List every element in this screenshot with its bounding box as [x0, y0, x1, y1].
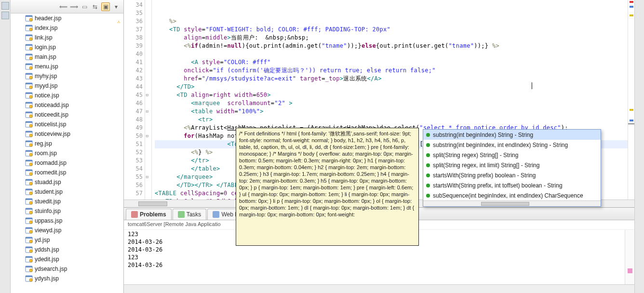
info-mark[interactable] [630, 6, 633, 8]
text-caret [532, 82, 532, 89]
overview-ruler[interactable] [628, 0, 634, 200]
file-item[interactable]: login.jsp [11, 42, 123, 52]
file-item[interactable]: noticeedit.jsp [11, 110, 123, 120]
method-public-icon [426, 173, 430, 177]
jsp-file-icon [25, 101, 33, 109]
completion-item[interactable]: startsWith(String prefix) boolean - Stri… [423, 170, 601, 180]
file-item[interactable]: student.jsp [11, 187, 123, 197]
code-line[interactable]: <A style="COLOR: #fff" [155, 58, 628, 67]
code-line[interactable]: <%if(admin!=null){out.print(admin.get("t… [155, 42, 628, 50]
filter-icon[interactable]: ▣ [101, 2, 110, 11]
code-line[interactable]: onclick="if (confirm('确定要退出吗？')) return … [155, 67, 628, 75]
file-item[interactable]: myyd.jsp [11, 81, 123, 91]
code-line[interactable]: <TD align=right width=650> [155, 91, 628, 99]
svg-point-50 [29, 173, 32, 175]
file-item[interactable]: menu.jsp [11, 62, 123, 71]
code-line[interactable]: </TD> [155, 83, 628, 91]
code-line[interactable]: <table width="100%"> [155, 107, 628, 116]
completion-scrollbar[interactable] [423, 200, 601, 206]
svg-rect-76 [26, 256, 32, 258]
console-ruler [625, 230, 634, 284]
warning-mark[interactable] [630, 109, 633, 111]
code-line[interactable]: <marquee scrollamount="2" > [155, 99, 628, 107]
file-item[interactable]: yd.jsp [11, 235, 123, 245]
method-public-icon [426, 143, 430, 147]
fold-gutter[interactable] [145, 0, 152, 200]
file-name-label: ydsearch.jsp [35, 266, 67, 272]
file-item[interactable]: myhy.jsp [11, 71, 123, 81]
svg-rect-82 [26, 276, 32, 277]
file-item[interactable]: main.jsp [11, 52, 123, 62]
file-item[interactable]: yddsh.jsp [11, 245, 123, 254]
line-number: 50 [124, 132, 143, 140]
file-item[interactable]: ydsearch.jsp [11, 264, 123, 274]
completion-item[interactable]: substring(int beginIndex, int endIndex) … [423, 140, 601, 150]
file-name-label: stuinfo.jsp [35, 208, 61, 214]
completion-label: subSequence(int beginIndex, int endIndex… [433, 192, 583, 199]
completion-label: startsWith(String prefix, int toffset) b… [433, 182, 563, 189]
code-line[interactable]: %> [155, 17, 628, 26]
error-mark[interactable] [630, 1, 633, 3]
link-editor-icon[interactable]: ⇆ [91, 2, 99, 11]
file-item[interactable]: noticeview.jsp [11, 129, 123, 139]
file-name-label: myyd.jsp [35, 82, 57, 89]
collapse-icon[interactable]: ▭ [80, 2, 89, 11]
completion-label: startsWith(String prefix) boolean - Stri… [433, 172, 536, 179]
jsp-file-icon [25, 207, 33, 215]
completion-item[interactable]: split(String regex, int limit) String[] … [423, 160, 601, 170]
code-completion-popup[interactable]: substring(int beginIndex) String - Strin… [423, 129, 601, 207]
line-number: 56 [124, 181, 143, 189]
file-name-label: main.jsp [35, 53, 56, 60]
file-item[interactable]: index.jsp [11, 23, 123, 33]
code-line[interactable]: align=middle>当前用户: &nbsp;&nbsp; [155, 34, 628, 42]
file-item[interactable]: viewyd.jsp [11, 226, 123, 235]
file-item[interactable]: header.jsp [11, 13, 123, 23]
file-name-label: roomedit.jsp [35, 169, 66, 176]
change-mark[interactable] [630, 120, 633, 121]
menu-chevron-icon[interactable]: ▾ [112, 2, 121, 11]
nav-back-icon[interactable]: ⟸ [59, 2, 67, 11]
method-public-icon [426, 133, 430, 137]
view-icon[interactable] [1, 2, 9, 10]
file-item[interactable]: stuedit.jsp [11, 197, 123, 206]
console-line: 2014-03-26 [128, 262, 621, 269]
file-item[interactable]: uppass.jsp [11, 216, 123, 226]
file-item[interactable]: room.jsp [11, 148, 123, 158]
file-item[interactable]: notice.jsp [11, 91, 123, 100]
explorer-file-list[interactable]: header.jspindex.jsplink.jsplogin.jspmain… [11, 13, 123, 293]
file-name-label: yd.jsp [35, 237, 50, 243]
line-number: 37 [124, 26, 143, 34]
svg-rect-67 [26, 227, 32, 229]
file-item[interactable]: roomedit.jsp [11, 168, 123, 177]
file-item[interactable]: stuadd.jsp [11, 177, 123, 187]
file-item[interactable]: ydysh.jsp [11, 274, 123, 283]
tab-problems[interactable]: Problems [126, 209, 172, 220]
file-item[interactable]: noticeadd.jsp [11, 100, 123, 110]
completion-item[interactable]: split(String regex) String[] - String [423, 150, 601, 160]
file-item[interactable]: link.jsp [11, 33, 123, 42]
code-line[interactable]: <tr> [155, 116, 628, 124]
completion-label: split(String regex, int limit) String[] … [433, 162, 539, 169]
code-line[interactable]: href="/mmsys/studysite?ac=exit" target=_… [155, 75, 628, 83]
view-icon[interactable] [1, 12, 9, 19]
code-line[interactable]: <TD style="FONT-WEIGHT: bold; COLOR: #ff… [155, 26, 628, 34]
file-item[interactable]: roomadd.jsp [11, 158, 123, 168]
code-line[interactable] [155, 50, 628, 58]
browser-icon [213, 211, 219, 218]
svg-point-17 [29, 67, 32, 69]
tab-tasks[interactable]: Tasks [173, 209, 207, 220]
nav-fwd-icon[interactable]: ⟹ [69, 2, 78, 11]
method-public-icon [426, 194, 430, 198]
svg-point-71 [29, 240, 32, 243]
file-item[interactable]: reg.jsp [11, 139, 123, 148]
file-item[interactable]: ydedit.jsp [11, 254, 123, 264]
jsp-file-icon [25, 130, 33, 138]
completion-item[interactable]: subSequence(int beginIndex, int endIndex… [423, 190, 601, 200]
warning-mark[interactable] [630, 14, 633, 16]
file-item[interactable]: stuinfo.jsp [11, 206, 123, 216]
file-item[interactable]: noticelist.jsp [11, 120, 123, 129]
code-editor[interactable]: 3435363738394041424344454647484950515253… [124, 0, 634, 200]
completion-item[interactable]: substring(int beginIndex) String - Strin… [423, 130, 601, 140]
svg-rect-34 [26, 121, 32, 123]
completion-item[interactable]: startsWith(String prefix, int toffset) b… [423, 180, 601, 190]
